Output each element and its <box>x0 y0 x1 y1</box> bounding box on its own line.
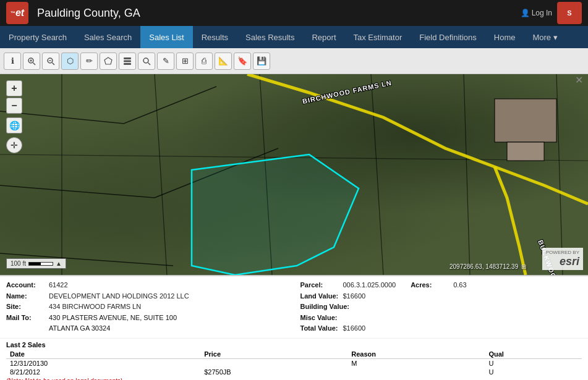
scale-arrow: ▲ <box>56 260 62 267</box>
property-info-panel: Account: 61422 Name: DEVELOPMENT LAND HO… <box>0 275 588 338</box>
col-qual: Qual <box>485 350 582 359</box>
account-value: 61422 <box>49 280 68 291</box>
county-title: Paulding County, GA <box>37 7 140 20</box>
tool-info[interactable]: ℹ <box>4 53 21 70</box>
tool-print[interactable]: ⎙ <box>195 53 213 70</box>
compass-button[interactable]: ✛ <box>6 137 22 153</box>
account-label: Account: <box>6 280 46 291</box>
sale-price-0 <box>200 358 347 368</box>
mail-to-line1: 430 PLASTERS AVENUE, NE, SUITE 100 <box>49 313 177 324</box>
nav-tax-estimator[interactable]: Tax Estimator <box>345 26 411 48</box>
nav-sales-list[interactable]: Sales List <box>140 26 192 48</box>
svg-line-1 <box>33 62 36 65</box>
coords-toggle[interactable]: ⊞ <box>521 263 526 270</box>
total-value: $16600 <box>343 323 366 334</box>
zoom-in-button[interactable]: + <box>6 80 22 96</box>
sale-reason-1 <box>347 368 485 376</box>
nav-field-definitions[interactable]: Field Definitions <box>411 26 485 48</box>
site-row: Site: 434 BIRCHWOOD FARMS LN <box>6 302 288 313</box>
svg-marker-7 <box>104 57 112 64</box>
mail-to-line2: ATLANTA GA 30324 <box>49 323 177 334</box>
account-row: Account: 61422 <box>6 280 288 291</box>
map-coordinates: 2097286.63, 1483712.39 ⊞ <box>450 263 526 270</box>
name-row: Name: DEVELOPMENT LAND HOLDINGS 2012 LLC <box>6 291 288 302</box>
sale-qual-0: U <box>485 358 582 368</box>
svg-line-12 <box>148 62 151 65</box>
esri-brand: esri <box>546 255 579 268</box>
info-right-col: Parcel: 006.3.1.025.0000 Acres: 0.63 Lan… <box>300 280 582 334</box>
parcel-value: 006.3.1.025.0000 <box>343 280 396 291</box>
map-aerial <box>0 74 588 275</box>
schneider-logo: S <box>557 2 582 24</box>
nav-sales-search[interactable]: Sales Search <box>75 26 140 48</box>
sales-row-0: 12/31/20130 M U <box>6 358 582 368</box>
map-container[interactable]: BIRCHWOOD FARMS LN BUCKWOOD FARMS PATH +… <box>0 74 588 275</box>
parcel-label: Parcel: <box>300 280 341 291</box>
esri-logo: POWERED BY esri <box>542 248 583 270</box>
nav-property-search[interactable]: Property Search <box>0 26 75 48</box>
toolbar: ℹ ⬡ ✏ ✎ ⊞ ⎙ 📐 🔖 💾 <box>0 48 588 74</box>
tool-highlight[interactable]: ⬡ <box>61 53 79 70</box>
logo-trademark: ™ <box>11 11 15 16</box>
sales-title: Last 2 Sales <box>6 341 582 348</box>
chevron-down-icon: ▾ <box>553 33 558 42</box>
nav-results[interactable]: Results <box>193 26 237 48</box>
login-icon: 👤 <box>521 9 530 17</box>
tool-bookmark[interactable]: 🔖 <box>234 53 251 70</box>
nav-more[interactable]: More ▾ <box>524 26 566 48</box>
tool-measure[interactable]: 📐 <box>215 53 232 70</box>
building-value-label: Building Value: <box>300 302 349 313</box>
col-price: Price <box>200 350 347 359</box>
svg-rect-8 <box>124 57 131 59</box>
building-value-row: Building Value: <box>300 302 582 313</box>
zoom-out-button[interactable]: − <box>6 98 22 114</box>
globe-button[interactable]: 🌐 <box>6 117 22 133</box>
esri-powered-by: POWERED BY <box>546 250 579 255</box>
site-label: Site: <box>6 302 46 313</box>
acres-value: 0.63 <box>453 280 466 291</box>
scale-bar: 100 ft ▲ <box>6 258 66 269</box>
tool-zoom-window[interactable] <box>23 53 40 70</box>
mail-to-row: Mail To: 430 PLASTERS AVENUE, NE, SUITE … <box>6 313 288 334</box>
mail-to-label: Mail To: <box>6 313 46 334</box>
login-button[interactable]: 👤 Log In <box>521 9 552 17</box>
svg-rect-10 <box>124 63 131 65</box>
sale-date-0: 12/31/20130 <box>6 358 200 368</box>
nav-sales-results[interactable]: Sales Results <box>237 26 303 48</box>
sale-qual-1: U <box>485 368 582 376</box>
tool-search[interactable] <box>138 53 155 70</box>
coords-value: 2097286.63, 1483712.39 <box>450 263 518 270</box>
mail-to-address: 430 PLASTERS AVENUE, NE, SUITE 100 ATLAN… <box>49 313 177 334</box>
scale-value: 100 ft <box>11 260 26 267</box>
legal-note: (Note: Not to be used on legal documents… <box>6 378 582 380</box>
land-value-label: Land Value: <box>300 291 341 302</box>
tool-save[interactable]: 💾 <box>253 53 270 70</box>
app-header: ™ et Paulding County, GA 👤 Log In S <box>0 0 588 26</box>
close-info-button[interactable]: ✕ <box>575 74 583 86</box>
svg-point-11 <box>143 58 148 63</box>
sales-row-1: 8/21/2012 $2750JB U <box>6 368 582 376</box>
land-value: $16600 <box>343 291 366 302</box>
tool-edit[interactable]: ✎ <box>157 53 174 70</box>
total-value-label: Total Value: <box>300 323 341 334</box>
navbar: Property Search Sales Search Sales List … <box>0 26 588 48</box>
sale-date-1: 8/21/2012 <box>6 368 200 376</box>
sales-section: Last 2 Sales Date Price Reason Qual 12/3… <box>0 338 588 380</box>
tool-grid[interactable]: ⊞ <box>176 53 194 70</box>
tool-pencil[interactable]: ✏ <box>80 53 98 70</box>
tool-zoom-out[interactable] <box>42 53 59 70</box>
info-left-col: Account: 61422 Name: DEVELOPMENT LAND HO… <box>6 280 288 334</box>
logo-text: et <box>15 7 24 19</box>
tool-polygon[interactable] <box>100 53 117 70</box>
col-reason: Reason <box>347 350 485 359</box>
nav-home[interactable]: Home <box>485 26 524 48</box>
tool-layers[interactable] <box>119 53 136 70</box>
sales-table: Date Price Reason Qual 12/31/20130 M U 8… <box>6 350 582 376</box>
total-value-row: Total Value: $16600 <box>300 323 582 334</box>
login-label: Log In <box>532 9 552 17</box>
nav-report[interactable]: Report <box>303 26 344 48</box>
land-value-row: Land Value: $16600 <box>300 291 582 302</box>
header-right: 👤 Log In S <box>521 2 582 24</box>
logo-badge: ™ et <box>6 2 28 24</box>
property-info-wrapper: Account: 61422 Name: DEVELOPMENT LAND HO… <box>0 275 588 380</box>
